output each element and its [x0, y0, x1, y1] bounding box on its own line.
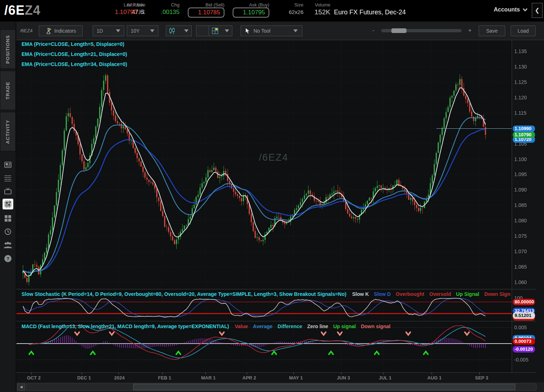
- price-tick: 1.060: [514, 279, 527, 285]
- volume-cell: Volume 152K: [305, 2, 330, 17]
- accounts-menu[interactable]: Accounts: [494, 6, 527, 13]
- svg-text:/6EZ4: /6EZ4: [259, 152, 288, 163]
- left-sidebar: POSITIONS TRADE ACTIVITY ?: [0, 22, 16, 392]
- apps-icon[interactable]: [3, 213, 13, 224]
- legend-item[interactable]: Average: [253, 323, 273, 329]
- chevron-down-icon: [150, 29, 154, 32]
- size-label: Size: [276, 2, 303, 8]
- price-tick: 1.120: [514, 95, 527, 100]
- price-tick: 1.115: [514, 110, 526, 116]
- sidebar-tab-positions[interactable]: POSITIONS: [0, 29, 16, 69]
- date-tick-label: FEB 1: [158, 375, 171, 381]
- tv-icon[interactable]: [3, 186, 13, 197]
- date-tick-label: APR 2: [242, 375, 256, 381]
- legend-item[interactable]: Up signal: [333, 323, 356, 329]
- chart-grid-icon[interactable]: [3, 199, 13, 209]
- scrollbar-track[interactable]: [26, 383, 536, 391]
- candlestick-icon: [169, 28, 175, 34]
- timeframe-dropdown[interactable]: 1D: [93, 25, 124, 36]
- axis-price-bubble: -0.00120: [513, 346, 535, 353]
- load-button[interactable]: Load: [511, 25, 536, 36]
- zoom-slider[interactable]: [381, 29, 461, 32]
- sidebar-tab-activity[interactable]: ACTIVITY: [0, 112, 16, 151]
- macd-up-signal: [90, 351, 95, 354]
- legend-item[interactable]: Up Signal: [456, 291, 479, 297]
- price-tick: 1.130: [514, 64, 527, 70]
- ask-button[interactable]: 1.10795: [233, 8, 269, 18]
- date-tick-label: 2024: [114, 375, 125, 381]
- ask-cell: Ask (Buy) 1.10795: [226, 2, 269, 18]
- grid-layout-dropdown[interactable]: [209, 25, 232, 36]
- collapse-panel-button[interactable]: ❮: [532, 3, 543, 18]
- legend-item[interactable]: Overbought: [396, 291, 424, 297]
- chevron-down-icon: [116, 29, 120, 32]
- price-tick: 1.135: [514, 48, 527, 54]
- bid-button[interactable]: 1.10785: [188, 8, 224, 18]
- macd-down-signal: [321, 332, 326, 335]
- legend-item[interactable]: Difference: [278, 323, 302, 329]
- legend-item[interactable]: Slow D: [374, 291, 391, 297]
- chg-cell: Chg .00135: [151, 2, 180, 17]
- study-label-ema21[interactable]: EMA (Price=CLOSE, Length=21, Displace=0): [22, 51, 127, 57]
- zoom-out-button[interactable]: -: [372, 27, 374, 34]
- price-tick: 1.095: [514, 171, 527, 177]
- axis-price-bubble: 9.51201: [513, 312, 535, 319]
- macd-up-signal: [375, 351, 379, 354]
- sidebar-tab-trade[interactable]: TRADE: [0, 71, 16, 110]
- axis-price-bubble: 0.00073: [513, 338, 535, 345]
- toolbar-symbol: /6EZ4: [20, 28, 33, 33]
- chart-scrollbar: ◀: [16, 382, 544, 392]
- grid-layout-icon: [212, 28, 218, 34]
- chart-toolbar: /6EZ4 Indicators 1D 10Y: [16, 22, 544, 40]
- price-tick: 1.065: [514, 264, 527, 270]
- macd-up-signal: [329, 351, 333, 354]
- list-icon[interactable]: [3, 173, 13, 184]
- indicators-button[interactable]: Indicators: [39, 25, 83, 36]
- stochastic-label-row[interactable]: Slow Stochastic (K Period=14, D Period=9…: [22, 291, 511, 297]
- bid-cell: Bid (Sell) 1.10785: [181, 2, 224, 18]
- history-icon[interactable]: [3, 226, 13, 237]
- price-chart-pane[interactable]: /6EZ4: [17, 40, 512, 288]
- price-tick: 1.125: [514, 79, 527, 85]
- legend-item[interactable]: Zero line: [307, 323, 328, 329]
- study-label-macd: MACD (Fast length=13, Slow length=21, MA…: [22, 323, 229, 329]
- zoom-slider-thumb[interactable]: [391, 28, 406, 33]
- price-tick: 1.085: [514, 202, 527, 208]
- volume-value: 152K: [305, 8, 330, 17]
- legend-item[interactable]: Down signal: [361, 323, 390, 329]
- legend-item[interactable]: Slow K: [352, 291, 369, 297]
- macd-down-signal: [110, 332, 114, 335]
- instrument-description: Euro FX Futures, Dec-24: [334, 9, 406, 16]
- macd-label-row[interactable]: MACD (Fast length=13, Slow length=21, MA…: [22, 323, 511, 329]
- people-icon[interactable]: [3, 240, 13, 250]
- range-dropdown[interactable]: 10Y: [127, 25, 158, 36]
- price-tick: 1.075: [514, 233, 527, 239]
- axis-price-bubble: 1.10790: [513, 132, 535, 138]
- legend-item[interactable]: Value: [235, 323, 248, 329]
- macd-down-signal: [465, 332, 469, 335]
- chevron-down-icon: [293, 29, 298, 32]
- price-tick: 1.090: [514, 187, 527, 193]
- save-button[interactable]: Save: [479, 25, 505, 36]
- chg-label: Chg: [151, 2, 180, 8]
- help-icon[interactable]: ?: [3, 253, 13, 264]
- scrollbar-thumb[interactable]: [133, 384, 515, 390]
- symbol-title: /6EZ4: [4, 3, 41, 18]
- macd-up-signal: [272, 351, 276, 354]
- zoom-in-button[interactable]: +: [468, 27, 471, 34]
- study-label-ema34[interactable]: EMA (Price=CLOSE, Length=34, Displace=0): [22, 61, 127, 67]
- drawing-tool-dropdown[interactable]: No Tool: [241, 25, 302, 36]
- legend-item[interactable]: Down Signal: [484, 291, 511, 297]
- news-icon[interactable]: [3, 160, 13, 170]
- chart-style-dropdown[interactable]: [166, 25, 192, 36]
- price-tick: 1.080: [514, 218, 527, 223]
- scroll-left-button[interactable]: ◀: [17, 383, 25, 391]
- date-tick-label: AUG 1: [427, 375, 442, 381]
- date-tick-label: MAR 1: [201, 375, 215, 381]
- svg-text:?: ?: [6, 256, 9, 261]
- study-label-ema5[interactable]: EMA (Price=CLOSE, Length=5, Displace=0): [22, 41, 124, 47]
- macd-down-signal: [406, 332, 410, 335]
- bid-label: Bid (Sell): [181, 2, 224, 8]
- legend-item[interactable]: Oversold: [429, 291, 451, 297]
- macd-down-signal: [75, 332, 79, 335]
